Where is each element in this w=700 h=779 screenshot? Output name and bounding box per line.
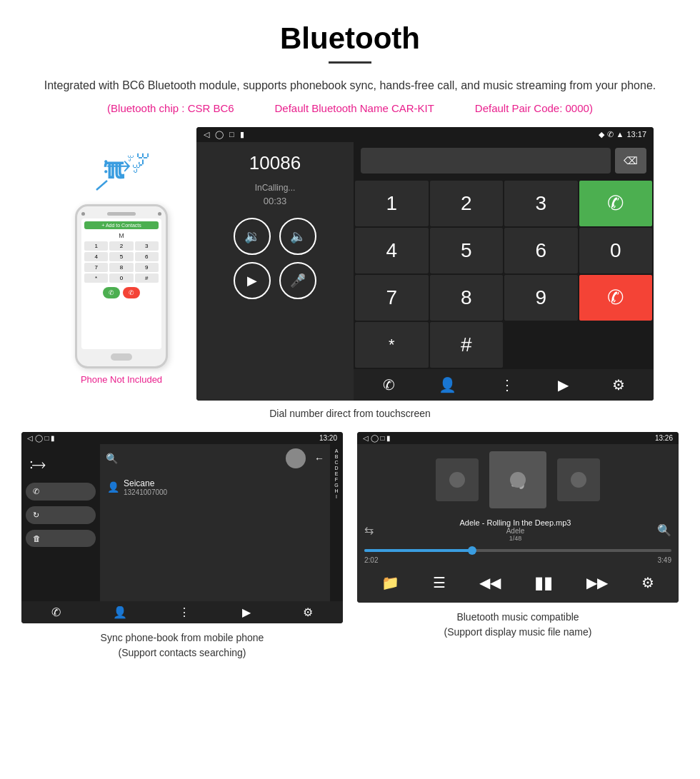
- pb-arrow-back-icon[interactable]: ←: [314, 453, 324, 464]
- dial-bottom-contacts-icon[interactable]: 👤: [439, 376, 456, 393]
- phone-screen: + Add to Contacts M 123 456 789 *0# ✆ ✆: [81, 218, 161, 349]
- pb-alpha-d[interactable]: D: [334, 466, 338, 471]
- volume-up-btn[interactable]: 🔉: [234, 218, 271, 255]
- pb-bottom-keypad-icon[interactable]: ⋮: [179, 605, 190, 619]
- key-2[interactable]: 2: [430, 181, 504, 226]
- key-9[interactable]: 9: [504, 275, 578, 321]
- dial-left-panel: 10086 InCalling... 00:33 🔉 🔈 ▶ 🎤: [196, 142, 354, 401]
- key-end[interactable]: ✆: [579, 275, 653, 321]
- location-icon: ◆: [599, 130, 604, 139]
- music-shuffle-icon[interactable]: ⇆: [364, 523, 374, 537]
- pb-bottom-calls-icon[interactable]: ✆: [51, 605, 61, 619]
- status-time: 13:17: [626, 130, 646, 139]
- chip-label: (Bluetooth chip : CSR BC6: [107, 102, 234, 114]
- music-time-row: 2:02 3:49: [364, 556, 671, 564]
- phone-status-icon: ✆: [607, 130, 614, 139]
- pb-alpha-a[interactable]: A: [335, 448, 339, 453]
- pb-content: 🔍 ← 👤 Seicane 13241007000: [100, 444, 330, 601]
- music-next-icon[interactable]: ▶▶: [586, 574, 608, 591]
- pb-search-icon[interactable]: 🔍: [106, 453, 118, 464]
- main-dial-screen: ◁ ◯ □ ▮ ◆ ✆ ▲ 13:17 10086 InCalling... 0…: [196, 127, 654, 401]
- music-time-total: 3:49: [658, 556, 671, 564]
- volume-down-btn[interactable]: 🔈: [279, 218, 316, 255]
- key-7[interactable]: 7: [355, 275, 429, 321]
- phone-top-bar: [81, 212, 161, 216]
- key-call[interactable]: ✆: [579, 181, 653, 226]
- dial-bottom-settings-icon[interactable]: ⚙: [612, 376, 625, 393]
- pb-avatar-dot: [286, 448, 306, 468]
- phonebook-screenshot: ◁ ◯ □ ▮ 13:20 ⧴ ✆ ↻ 🗑 🔍: [21, 432, 343, 623]
- pb-bottom-settings-icon[interactable]: ⚙: [303, 605, 313, 619]
- music-album-art-prev: ♫: [436, 458, 479, 501]
- dial-input-box[interactable]: [361, 148, 611, 174]
- music-folder-icon[interactable]: 📁: [381, 574, 399, 591]
- pb-alpha-c[interactable]: C: [334, 460, 338, 465]
- pb-status-right: 13:20: [319, 434, 337, 442]
- pb-contact-item[interactable]: 👤 Seicane 13241007000: [100, 473, 330, 502]
- pb-bottom-transfer-icon[interactable]: ▶: [242, 605, 251, 619]
- key-3[interactable]: 3: [504, 181, 578, 226]
- dial-number: 10086: [249, 152, 301, 174]
- pb-alpha-g[interactable]: G: [334, 483, 338, 488]
- key-4[interactable]: 4: [355, 228, 429, 273]
- pb-search-row: 🔍 ←: [100, 444, 330, 473]
- music-caption: Bluetooth music compatible(Support displ…: [444, 610, 592, 640]
- music-equalizer-icon[interactable]: ⚙: [641, 574, 654, 591]
- dial-bottom-bar: ✆ 👤 ⋮ ▶ ⚙: [354, 369, 654, 401]
- dial-caption: Dial number direct from touchscreen: [0, 408, 700, 419]
- music-status-right: 13:26: [655, 434, 673, 442]
- phone-add-contact: + Add to Contacts: [84, 221, 159, 229]
- music-progress-fill: [364, 549, 472, 552]
- pb-call-btn[interactable]: ✆: [26, 483, 96, 501]
- music-time-current: 2:02: [364, 556, 378, 564]
- nav-pin-icon: ▮: [240, 130, 244, 139]
- phone-home-btn: [111, 353, 132, 361]
- dial-bottom-keypad-icon[interactable]: ⋮: [500, 376, 514, 393]
- bottom-section: ◁ ◯ □ ▮ 13:20 ⧴ ✆ ↻ 🗑 🔍: [21, 432, 679, 660]
- music-card: ◁ ◯ □ ▮ 13:26 ♫ ♫: [357, 432, 679, 660]
- music-album-art-next: ♫: [557, 458, 600, 501]
- dial-input-row: ⌫: [354, 142, 654, 179]
- music-nav-icons: ◁ ◯ □ ▮: [363, 434, 391, 442]
- phone-action-row: ✆ ✆: [84, 287, 159, 298]
- music-prev-icon[interactable]: ◀◀: [479, 574, 501, 591]
- pb-delete-btn[interactable]: 🗑: [26, 530, 96, 547]
- dial-backspace-btn[interactable]: ⌫: [615, 148, 646, 174]
- pair-code-label: Default Pair Code: 0000): [475, 102, 593, 114]
- key-1[interactable]: 1: [355, 181, 429, 226]
- music-progress-bar[interactable]: [364, 549, 671, 552]
- dial-control-row-1: 🔉 🔈: [234, 218, 316, 255]
- pb-time: 13:20: [319, 434, 337, 442]
- pb-alpha-f[interactable]: F: [335, 477, 338, 482]
- key-star[interactable]: *: [355, 322, 429, 368]
- key-8[interactable]: 8: [430, 275, 504, 321]
- music-search-icon[interactable]: 🔍: [657, 523, 671, 537]
- dial-controls: 🔉 🔈 ▶ 🎤: [234, 218, 316, 299]
- transfer-btn[interactable]: ▶: [234, 262, 271, 299]
- dial-bottom-calls-icon[interactable]: ✆: [383, 376, 395, 393]
- music-album-row: ♫ ♫ ♫: [364, 451, 671, 508]
- key-hash[interactable]: #: [430, 322, 504, 368]
- pb-bluetooth-icon: ⧴: [26, 450, 96, 477]
- pb-alpha-h[interactable]: H: [334, 488, 338, 493]
- music-time: 13:26: [655, 434, 673, 442]
- key-0[interactable]: 0: [579, 228, 653, 273]
- nav-back-icon: ◁: [204, 130, 209, 139]
- music-play-icon[interactable]: ▮▮: [534, 573, 553, 593]
- pb-alpha-e[interactable]: E: [335, 471, 339, 476]
- music-status-bar: ◁ ◯ □ ▮ 13:26: [357, 432, 679, 444]
- dial-bottom-transfer-icon[interactable]: ▶: [558, 376, 569, 393]
- music-info-row: ⇆ Adele - Rolling In the Deep.mp3 Adele …: [364, 518, 671, 542]
- pb-contact-info: Seicane 13241007000: [124, 478, 167, 496]
- pb-nav-icons: ◁ ◯ □ ▮: [27, 434, 55, 442]
- pb-sync-btn[interactable]: ↻: [26, 506, 96, 524]
- pb-alpha-b[interactable]: B: [335, 454, 339, 459]
- key-6[interactable]: 6: [504, 228, 578, 273]
- pb-bottom-contacts-icon[interactable]: 👤: [113, 605, 127, 619]
- mute-btn[interactable]: 🎤: [279, 262, 316, 299]
- pb-alpha-i[interactable]: I: [336, 494, 337, 499]
- pb-bottom-bar: ✆ 👤 ⋮ ▶ ⚙: [21, 601, 343, 623]
- phone-dial-grid: 123 456 789 *0#: [84, 241, 159, 283]
- music-playlist-icon[interactable]: ☰: [433, 574, 446, 591]
- key-5[interactable]: 5: [430, 228, 504, 273]
